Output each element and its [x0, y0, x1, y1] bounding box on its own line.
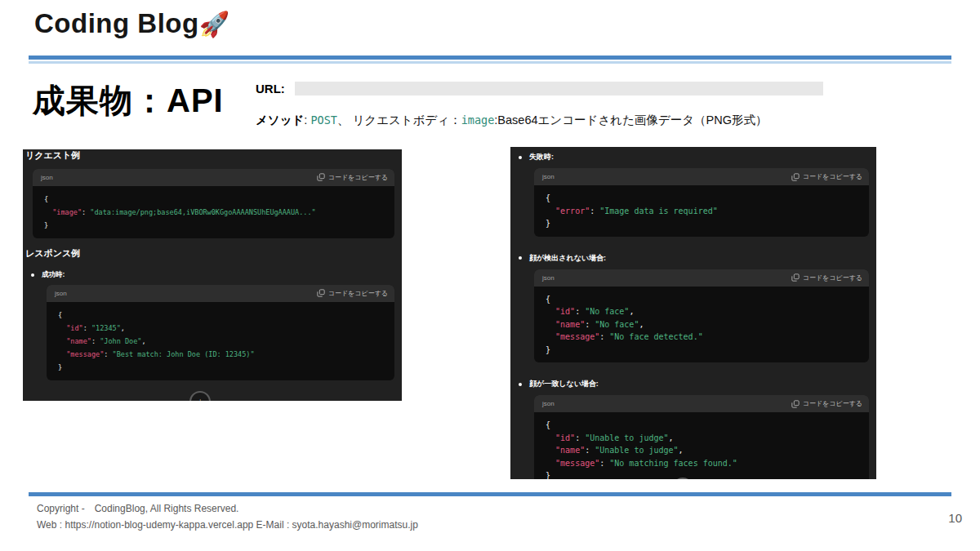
page-number: 10	[948, 511, 962, 525]
success-case-label: 成功時:	[42, 270, 65, 280]
copy-code-button[interactable]: コードをコピーする	[791, 172, 862, 181]
no-face-case-bullet: 顔が検出されない場合:	[519, 253, 876, 264]
fail-case-group: 失敗時: json コードをコピーする { "error": "Image da…	[510, 152, 876, 237]
copy-code-label: コードをコピーする	[803, 172, 862, 181]
request-example-panel: リクエスト例 json コードをコピーする { "image": "data:i…	[23, 149, 402, 401]
arrow-down-icon: ↓	[198, 396, 203, 401]
no-face-case-label: 顔が検出されない場合:	[529, 253, 606, 264]
method-label: メソッド	[256, 113, 304, 127]
page-title: 成果物：API	[33, 78, 224, 123]
response-example-heading: レスポンス例	[23, 247, 402, 260]
footer-copyright: Copyright - CodingBlog, All Rights Reser…	[37, 502, 238, 516]
code-language-label: json	[542, 274, 555, 282]
bullet-icon	[519, 256, 522, 260]
code-content-error: { "error": "Image data is required"}	[534, 185, 869, 237]
code-content-success: { "id": "12345", "name": "John Doe", "me…	[47, 302, 394, 380]
rocket-icon: 🚀	[199, 11, 230, 38]
fail-case-bullet: 失敗時:	[519, 152, 876, 162]
url-value-redacted	[295, 82, 823, 96]
code-block-header: json コードをコピーする	[534, 168, 869, 185]
code-content-no-match: { "id": "Unable to judge", "name": "Unab…	[534, 412, 869, 479]
method-value: POST	[310, 113, 337, 127]
code-language-label: json	[55, 290, 67, 297]
footer-divider	[29, 492, 951, 496]
method-row: メソッド: POST、 リクエストボディ：image:Base64エンコードされ…	[256, 113, 909, 128]
url-row: URL:	[256, 81, 909, 96]
copy-icon	[791, 400, 800, 408]
copy-icon	[791, 273, 800, 282]
copy-code-button[interactable]: コードをコピーする	[791, 399, 862, 408]
fail-case-label: 失敗時:	[529, 152, 554, 162]
copy-code-button[interactable]: コードをコピーする	[317, 289, 388, 298]
code-block-no-match: json コードをコピーする { "id": "Unable to judge"…	[534, 395, 869, 479]
request-body-key: image	[461, 113, 495, 127]
copy-code-button[interactable]: コードをコピーする	[317, 173, 388, 182]
copy-code-label: コードをコピーする	[328, 289, 388, 298]
no-match-case-bullet: 顔が一致しない場合:	[519, 379, 876, 389]
code-block-header: json コードをコピーする	[534, 269, 869, 287]
site-logo: Coding Blog🚀	[34, 8, 230, 39]
header-divider-light	[29, 61, 951, 64]
request-body-description: :Base64エンコードされた画像データ（PNG形式）	[494, 113, 767, 127]
copy-code-button[interactable]: コードをコピーする	[791, 273, 862, 282]
code-content-no-face: { "id": "No face", "name": "No face", "m…	[534, 287, 869, 363]
copy-code-label: コードをコピーする	[803, 273, 862, 282]
code-block-header: json コードをコピーする	[534, 395, 869, 412]
code-block-error: json コードをコピーする { "error": "Image data is…	[534, 168, 869, 237]
code-language-label: json	[41, 174, 53, 181]
footer-contact: Web : https://notion-blog-udemy-kappa.ve…	[37, 519, 418, 531]
copy-icon	[791, 173, 800, 181]
code-block-request: json コードをコピーする { "image": "data:image/pn…	[33, 169, 394, 238]
code-language-label: json	[542, 173, 555, 180]
presentation-slide: Coding Blog🚀 成果物：API URL: メソッド: POST、 リク…	[0, 0, 980, 551]
code-block-success: json コードをコピーする { "id": "12345", "name": …	[47, 285, 394, 380]
copy-icon	[317, 173, 325, 181]
copy-code-label: コードをコピーする	[328, 173, 388, 182]
scroll-down-button[interactable]: ↓	[189, 391, 211, 401]
request-body-label: 、 リクエストボディ：	[337, 113, 461, 127]
code-block-header: json コードをコピーする	[33, 169, 394, 186]
code-block-no-face: json コードをコピーする { "id": "No face", "name"…	[534, 269, 869, 363]
bullet-icon	[519, 383, 522, 386]
header-divider-thick	[29, 56, 951, 60]
bullet-icon	[31, 273, 34, 277]
success-case-bullet: 成功時:	[31, 270, 402, 280]
copy-icon	[317, 289, 325, 297]
error-cases-panel: 失敗時: json コードをコピーする { "error": "Image da…	[510, 147, 876, 479]
site-logo-text: Coding Blog	[34, 8, 199, 38]
code-language-label: json	[542, 400, 555, 407]
url-label: URL:	[256, 82, 285, 96]
no-match-case-label: 顔が一致しない場合:	[529, 379, 599, 389]
copy-code-label: コードをコピーする	[803, 399, 862, 408]
code-content-request: { "image": "data:image/png;base64,iVBORw…	[33, 186, 394, 238]
no-match-case-group: 顔が一致しない場合: json コードをコピーする { "id": "Unabl…	[510, 379, 876, 479]
request-example-heading: リクエスト例	[23, 149, 402, 162]
code-block-header: json コードをコピーする	[47, 285, 394, 302]
api-meta: URL: メソッド: POST、 リクエストボディ：image:Base64エン…	[256, 81, 909, 128]
no-face-case-group: 顔が検出されない場合: json コードをコピーする { "id": "No f…	[510, 253, 876, 363]
bullet-icon	[519, 156, 522, 159]
